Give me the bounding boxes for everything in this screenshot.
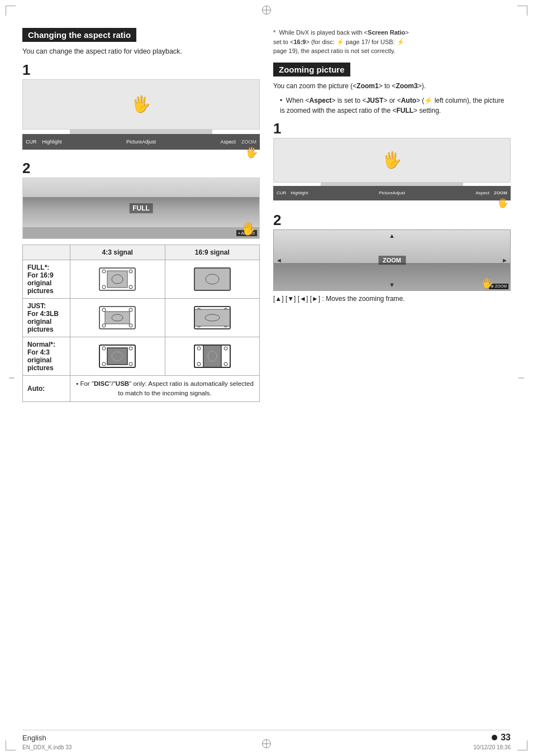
table-cell-full-169 — [165, 260, 259, 298]
corner-mark-tr — [517, 6, 527, 16]
table-cell-auto-desc: • For "DISC"/"USB" only: Aspect ratio is… — [70, 375, 260, 402]
language-label: English — [22, 734, 46, 742]
left-section-header: Changing the aspect ratio — [22, 28, 136, 42]
moves-text: [▲] [▼] [◄] [►] : Moves the zooming fram… — [273, 294, 511, 304]
svg-point-33 — [102, 362, 106, 366]
reg-mark-left — [9, 378, 15, 379]
table-row-just: JUST: For 4:3LBoriginalpictures — [23, 298, 260, 337]
tv-icon-normal-169 — [170, 343, 255, 369]
svg-point-3 — [102, 285, 106, 289]
svg-point-1 — [102, 270, 106, 273]
step2-hand-icon: 🖐 — [241, 222, 256, 236]
svg-point-38 — [197, 347, 201, 350]
zoom-menu-cur: CUR — [277, 190, 286, 195]
normal-sublabel: For 4:3 originalpictures — [27, 348, 54, 372]
left-section-intro: You can change the aspect ratio for vide… — [22, 46, 260, 57]
zoom-right-arrow: ► — [502, 257, 508, 264]
zoom-left-arrow: ◄ — [276, 257, 282, 264]
step2-number: 2 — [22, 161, 260, 175]
step1-top-screen: 🖐 — [22, 79, 260, 130]
zoom-menu-zoom: ZOOM — [494, 190, 507, 195]
zoom-menu-highlight: Highlight — [291, 190, 308, 195]
table-cell-normal-43 — [70, 337, 165, 375]
tv-icon-just-169 — [170, 305, 255, 331]
svg-point-32 — [129, 347, 132, 350]
zoom-screen: ▲ ◄ ► ▼ ZOOM ⊕ ZOOM 🖐 — [273, 229, 511, 291]
svg-point-41 — [224, 362, 227, 366]
reg-mark-right — [518, 378, 524, 379]
asterisk-note: * While DivX is played back with <Screen… — [273, 28, 511, 56]
date-info: 10/12/20 18:36 — [473, 744, 511, 750]
table-header-43: 4:3 signal — [70, 245, 165, 260]
table-cell-full-43 — [70, 260, 165, 298]
zoom-top-arrow: ▲ — [389, 232, 395, 239]
zoom-menu-aspect: Aspect — [476, 190, 489, 195]
svg-point-16 — [102, 308, 106, 312]
right-step1-hand-icon: 🖐 — [382, 151, 402, 169]
page-dot — [492, 735, 497, 740]
table-cell-normal-169 — [165, 337, 259, 375]
zoom-center-label: ZOOM — [378, 256, 406, 265]
corner-mark-bl — [6, 740, 16, 750]
table-label-just: JUST: For 4:3LBoriginalpictures — [23, 298, 70, 337]
table-header-empty — [23, 245, 70, 260]
corner-mark-br — [517, 740, 527, 750]
right-column: * While DivX is played back with <Screen… — [273, 28, 511, 402]
svg-point-31 — [102, 347, 106, 350]
svg-rect-35 — [107, 348, 127, 365]
connector-line — [70, 130, 212, 134]
file-info: EN_DDX_K.indb 33 — [22, 744, 72, 750]
page-number-area: 33 — [492, 733, 511, 743]
right-step1-top-screen: 🖐 — [273, 138, 511, 183]
step1-number: 1 — [22, 63, 260, 77]
reg-mark-top — [262, 6, 271, 15]
page-bottom-bar: English 33 — [22, 730, 511, 743]
svg-point-39 — [224, 347, 227, 350]
just-sublabel: For 4:3LBoriginalpictures — [27, 310, 59, 333]
right-menu-hand: 🖐 — [497, 198, 508, 208]
table-cell-just-169 — [165, 298, 259, 337]
svg-rect-42 — [203, 345, 221, 367]
menu-item-cur: CUR — [26, 139, 37, 145]
table-row-full: FULL*: For 16:9originalpictures — [23, 260, 260, 298]
right-step1-menu-bar: CUR Highlight PictureAdjust Aspect ZOOM … — [273, 186, 511, 200]
page-number: 33 — [501, 733, 511, 743]
menu-item-aspect: Aspect — [220, 139, 236, 145]
right-step2-number: 2 — [273, 213, 511, 227]
table-row-normal: Normal*: For 4:3 originalpictures — [23, 337, 260, 375]
tv-icon-just-43 — [75, 305, 160, 331]
menu-item-pictureadjust: PictureAdjust — [68, 139, 215, 145]
aspect-table: 4:3 signal 16:9 signal FULL*: For 16:9or… — [22, 245, 260, 403]
svg-point-34 — [129, 362, 132, 366]
full-label: FULL — [129, 203, 153, 213]
zoom-intro: You can zoom the picture (<Zoom1> to <Zo… — [273, 81, 511, 91]
left-column: Changing the aspect ratio You can change… — [22, 28, 260, 402]
page-outer: Changing the aspect ratio You can change… — [0, 0, 533, 756]
svg-rect-20 — [105, 312, 130, 324]
svg-point-18 — [102, 324, 106, 327]
right-step1-number: 1 — [273, 121, 511, 136]
right-section-header: Zooming picture — [273, 63, 350, 76]
tv-icon-full-43 — [75, 266, 160, 292]
auto-description: • For "DISC"/"USB" only: Aspect ratio is… — [75, 379, 255, 399]
svg-rect-27 — [194, 309, 230, 326]
main-content: Changing the aspect ratio You can change… — [22, 28, 511, 402]
corner-mark-tl — [6, 6, 16, 16]
step1-menu-bar: CUR Highlight PictureAdjust Aspect ZOOM … — [22, 134, 260, 150]
table-label-auto: Auto: — [23, 375, 70, 402]
svg-point-4 — [129, 285, 132, 289]
step2-screen: FULL ▪ Aspect 🖐 — [22, 178, 260, 239]
tv-icon-normal-43 — [75, 343, 160, 369]
zoom-menu-pictureadjust: PictureAdjust — [312, 190, 471, 195]
table-label-full: FULL*: For 16:9originalpictures — [23, 260, 70, 298]
svg-point-19 — [129, 324, 132, 327]
table-row-auto: Auto: • For "DISC"/"USB" only: Aspect ra… — [23, 375, 260, 402]
tv-icon-full-169-wide — [170, 266, 255, 292]
svg-rect-12 — [194, 268, 230, 290]
full-sublabel: For 16:9originalpictures — [27, 271, 54, 295]
zoom-hand-icon: 🖐 — [481, 277, 493, 289]
svg-point-2 — [129, 270, 132, 273]
menu-hand-icon: 🖐 — [245, 146, 258, 159]
svg-point-40 — [197, 362, 201, 366]
menu-item-zoom: ZOOM — [241, 139, 256, 145]
